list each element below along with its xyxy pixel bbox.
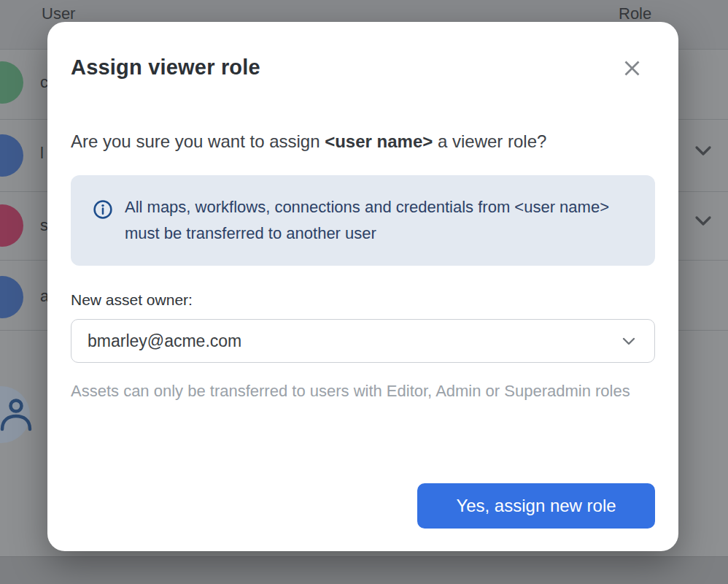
person-icon [0, 398, 35, 434]
avatar [0, 134, 23, 177]
chevron-down-icon [694, 145, 712, 159]
user-name-partial: l [40, 144, 44, 163]
avatar [0, 204, 23, 247]
transfer-helper-text: Assets can only be transferred to users … [71, 378, 651, 404]
chevron-down-icon [622, 337, 635, 345]
column-header-user: User [42, 4, 75, 23]
avatar [0, 61, 23, 104]
selected-owner-value: bmarley@acme.com [88, 331, 622, 351]
question-user-placeholder: <user name> [325, 131, 433, 151]
page-bottom-band [0, 556, 728, 584]
close-button[interactable] [621, 58, 643, 80]
question-prefix: Are you sure you want to assign [71, 131, 325, 151]
info-banner: All maps, workflows, connections and cre… [71, 175, 655, 266]
new-asset-owner-label: New asset owner: [71, 291, 193, 309]
avatar [0, 276, 23, 318]
dialog-title: Assign viewer role [71, 55, 260, 80]
assign-new-role-button[interactable]: Yes, assign new role [417, 483, 655, 529]
close-icon [623, 59, 641, 80]
info-banner-text: All maps, workflows, connections and cre… [125, 194, 633, 247]
chevron-down-icon [694, 215, 712, 229]
new-asset-owner-select[interactable]: bmarley@acme.com [71, 319, 655, 363]
question-suffix: a viewer role? [433, 131, 546, 151]
assign-viewer-role-dialog: Assign viewer role Are you sure you want… [47, 22, 678, 551]
column-header-role: Role [619, 4, 651, 23]
confirmation-question: Are you sure you want to assign <user na… [71, 130, 662, 153]
info-icon [93, 199, 113, 223]
